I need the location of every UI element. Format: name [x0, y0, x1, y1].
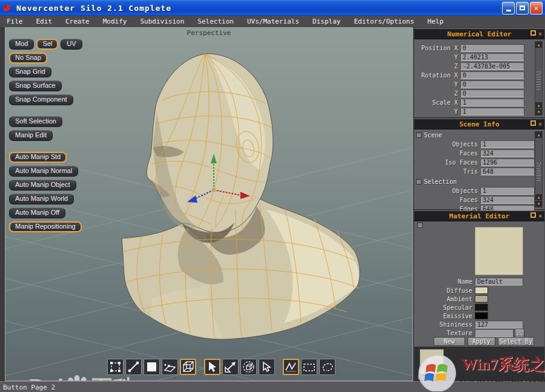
new-material-button[interactable]: New	[434, 337, 465, 346]
menu-uvs-materials[interactable]: UVs/Materials	[240, 16, 306, 27]
field-label: Objects	[414, 188, 478, 194]
texture-field[interactable]	[475, 329, 514, 337]
field-label: Y	[414, 54, 458, 60]
panel-title: Numerical Editor	[414, 30, 544, 38]
panel-close-icon[interactable]: ✕	[538, 30, 542, 37]
menu-edit[interactable]: Edit	[30, 16, 59, 27]
material-preview	[475, 227, 523, 275]
auto-manip-std-button[interactable]: Auto Manip Std	[9, 152, 67, 163]
panel-collapse-icon[interactable]	[530, 120, 536, 126]
auto-manip-off-button[interactable]: Auto Manip Off	[9, 207, 65, 218]
menu-subdivision[interactable]: Subdivision	[134, 16, 191, 27]
menu-help[interactable]: Help	[421, 16, 451, 27]
field-label: Y	[414, 81, 458, 88]
baidu-paw-icon: du	[65, 375, 91, 382]
collapse-toggle-icon[interactable]: -	[417, 223, 423, 228]
scrollbar-thumb[interactable]	[537, 71, 541, 91]
snap-button-grid[interactable]: Snap Grid	[9, 67, 51, 77]
menu-editors-options[interactable]: Editors/Options	[347, 16, 420, 27]
path-select-icon[interactable]	[283, 359, 299, 375]
soft-selection-button[interactable]: Soft Selection	[9, 116, 62, 127]
tweak-tool-icon[interactable]	[222, 359, 239, 375]
rotation-x-field[interactable]: 0	[460, 71, 524, 79]
left-toolbar: Mod Sel UV No Snap Snap Grid Snap Surfac…	[9, 39, 94, 235]
minimize-button[interactable]	[502, 2, 515, 15]
field-label: Faces	[414, 150, 478, 157]
mode-button-mod[interactable]: Mod	[9, 39, 34, 50]
section-title: Selection	[424, 178, 457, 185]
lasso-select-icon[interactable]	[319, 359, 335, 375]
menu-file[interactable]: File	[0, 16, 30, 27]
panel-collapse-icon[interactable]	[530, 212, 536, 218]
scroll-up2-icon[interactable]: ▲	[535, 194, 542, 200]
scroll-up2-icon[interactable]: ▲	[535, 102, 542, 108]
material-name-field[interactable]: Default	[475, 278, 523, 286]
select-tool-icon[interactable]	[204, 359, 220, 375]
close-button[interactable]: ✕	[530, 2, 543, 15]
rotation-z-field[interactable]: 0	[460, 90, 524, 97]
mode-button-sel[interactable]: Sel	[36, 39, 58, 50]
manip-repositioning-button[interactable]: Manip Repositioning	[9, 221, 82, 232]
position-x-field[interactable]: 0	[460, 44, 524, 52]
position-z-field[interactable]: -2.43783e-005	[460, 62, 524, 70]
mode-button-uv[interactable]: UV	[61, 39, 82, 50]
field-label: Tris	[414, 168, 478, 175]
object-select-icon[interactable]	[180, 359, 196, 375]
rectangle-select-icon[interactable]	[301, 359, 317, 375]
auto-manip-object-button[interactable]: Auto Manip Object	[9, 180, 76, 191]
vertex-select-icon[interactable]	[107, 359, 124, 375]
diffuse-color-swatch[interactable]	[475, 287, 488, 294]
specular-color-swatch[interactable]	[475, 304, 488, 311]
material-editor-panel: Material Editor ✕ - NameDefault Diffuse …	[414, 211, 544, 348]
restore-button[interactable]	[516, 2, 529, 15]
texture-browse-button[interactable]: ..	[515, 328, 524, 338]
3d-viewport[interactable]: Perspective Mod Sel UV No Snap Snap Grid…	[5, 27, 413, 381]
emissive-color-swatch[interactable]	[475, 312, 488, 319]
collapse-toggle-icon[interactable]: -	[416, 132, 421, 138]
manipulator-tool-icon[interactable]	[259, 359, 275, 375]
auto-manip-normal-button[interactable]: Auto Manip Normal	[9, 166, 78, 177]
menu-modify[interactable]: Modify	[96, 16, 134, 27]
edge-select-icon[interactable]	[125, 359, 142, 375]
field-label: Objects	[414, 141, 478, 148]
panel-close-icon[interactable]: ✕	[538, 212, 542, 219]
snap-button-surface[interactable]: Snap Surface	[9, 80, 62, 91]
auto-manip-world-button[interactable]: Auto Manip World	[9, 194, 74, 204]
panel-close-icon[interactable]: ✕	[538, 120, 542, 127]
scroll-up-icon[interactable]: ▲	[535, 42, 542, 48]
face-select-icon[interactable]	[144, 359, 160, 375]
section-title: Scene	[424, 132, 442, 139]
scrollbar[interactable]: ▲ ▲ ▼	[535, 131, 543, 207]
scrollbar[interactable]: ▲ ▲ ▼	[535, 41, 543, 116]
scroll-up-icon[interactable]: ▲	[535, 132, 542, 138]
manip-edit-button[interactable]: Manip Edit	[9, 130, 53, 141]
scale-x-field[interactable]: 1	[460, 99, 524, 106]
scale-y-field[interactable]: 1	[460, 108, 524, 116]
apply-material-button[interactable]: Apply	[467, 337, 495, 346]
menu-display[interactable]: Display	[306, 16, 347, 27]
panel-collapse-icon[interactable]	[530, 30, 536, 36]
menu-selection[interactable]: Selection	[191, 16, 240, 27]
rotation-y-field[interactable]: 0	[460, 80, 524, 88]
field-label: Y	[414, 108, 458, 115]
shininess-field[interactable]: 127	[475, 321, 523, 328]
snap-button-component[interactable]: Snap Component	[9, 94, 73, 105]
ambient-color-swatch[interactable]	[475, 295, 488, 302]
app-icon	[2, 3, 13, 13]
scroll-down-icon[interactable]: ▼	[535, 109, 542, 115]
field-label: Name	[414, 278, 472, 285]
scene-info-panel: Scene Info ✕ -Scene Objects1 Faces324 Is…	[414, 119, 544, 210]
restore-icon	[520, 5, 525, 10]
soft-selection-tool-icon[interactable]	[240, 359, 257, 375]
position-y-field[interactable]: 2.40213	[460, 53, 524, 61]
collapse-toggle-icon[interactable]: -	[416, 179, 421, 185]
select-by-button[interactable]: Select By	[498, 337, 534, 346]
polygon-select-icon[interactable]	[162, 359, 178, 375]
selection-faces-field: 324	[480, 196, 535, 204]
menu-create[interactable]: Create	[59, 16, 96, 27]
scroll-down-icon[interactable]: ▼	[535, 201, 542, 207]
snap-button-no-snap[interactable]: No Snap	[9, 53, 47, 64]
win7-watermark-url: Www.Winwin7.com	[458, 373, 545, 385]
scrollbar-thumb[interactable]	[537, 162, 541, 183]
status-text: Button Page 2	[3, 384, 55, 391]
